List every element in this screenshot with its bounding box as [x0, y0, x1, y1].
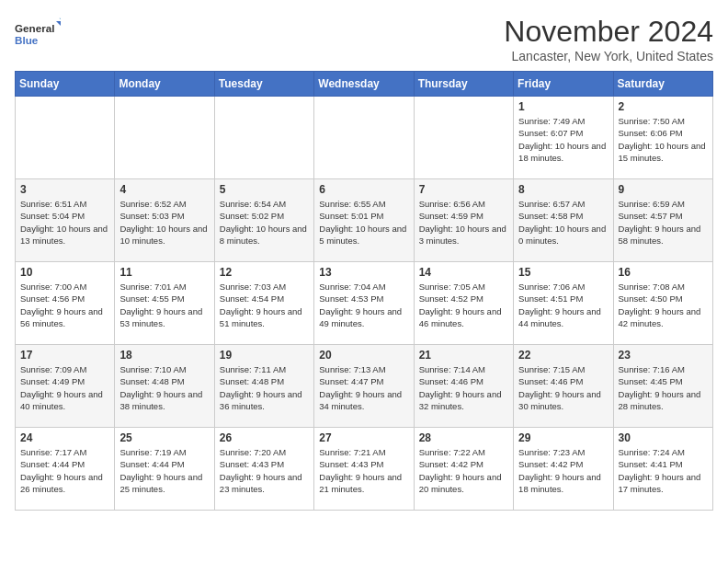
day-number: 16 — [619, 266, 708, 279]
day-info: Sunrise: 7:03 AM Sunset: 4:54 PM Dayligh… — [220, 281, 309, 329]
calendar-week-row: 10Sunrise: 7:00 AM Sunset: 4:56 PM Dayli… — [16, 262, 713, 345]
day-info: Sunrise: 7:49 AM Sunset: 6:07 PM Dayligh… — [518, 115, 608, 164]
calendar-header-row: SundayMondayTuesdayWednesdayThursdayFrid… — [16, 72, 713, 97]
day-info: Sunrise: 6:56 AM Sunset: 4:59 PM Dayligh… — [419, 198, 508, 247]
calendar-weekday-header: Sunday — [16, 72, 115, 97]
day-info: Sunrise: 7:06 AM Sunset: 4:51 PM Dayligh… — [518, 281, 608, 329]
day-number: 26 — [220, 431, 309, 444]
day-info: Sunrise: 7:13 AM Sunset: 4:47 PM Dayligh… — [319, 363, 408, 412]
day-info: Sunrise: 7:23 AM Sunset: 4:42 PM Dayligh… — [518, 446, 608, 495]
day-number: 8 — [518, 183, 608, 196]
calendar-day-cell: 14Sunrise: 7:05 AM Sunset: 4:52 PM Dayli… — [414, 262, 513, 345]
day-info: Sunrise: 7:50 AM Sunset: 6:06 PM Dayligh… — [619, 115, 708, 164]
calendar-day-cell: 23Sunrise: 7:16 AM Sunset: 4:45 PM Dayli… — [613, 345, 712, 428]
calendar-day-cell: 26Sunrise: 7:20 AM Sunset: 4:43 PM Dayli… — [214, 428, 313, 511]
page-header: General Blue November 2024 Lancaster, Ne… — [15, 15, 713, 63]
calendar-day-cell: 29Sunrise: 7:23 AM Sunset: 4:42 PM Dayli… — [514, 428, 613, 511]
calendar-day-cell: 1Sunrise: 7:49 AM Sunset: 6:07 PM Daylig… — [514, 97, 613, 179]
day-info: Sunrise: 7:05 AM Sunset: 4:52 PM Dayligh… — [419, 281, 508, 329]
day-info: Sunrise: 7:22 AM Sunset: 4:42 PM Dayligh… — [419, 446, 508, 495]
day-info: Sunrise: 7:19 AM Sunset: 4:44 PM Dayligh… — [119, 446, 209, 495]
calendar-day-cell: 9Sunrise: 6:59 AM Sunset: 4:57 PM Daylig… — [613, 179, 712, 262]
day-number: 23 — [619, 349, 708, 362]
day-number: 14 — [419, 266, 508, 279]
day-number: 15 — [518, 266, 608, 279]
calendar-day-cell: 4Sunrise: 6:52 AM Sunset: 5:03 PM Daylig… — [115, 179, 214, 262]
day-number: 7 — [419, 183, 508, 196]
day-number: 13 — [319, 266, 408, 279]
day-info: Sunrise: 7:08 AM Sunset: 4:50 PM Dayligh… — [619, 281, 708, 329]
day-info: Sunrise: 7:16 AM Sunset: 4:45 PM Dayligh… — [619, 363, 708, 412]
day-number: 24 — [20, 431, 109, 444]
day-info: Sunrise: 6:57 AM Sunset: 4:58 PM Dayligh… — [518, 198, 608, 247]
calendar-day-cell: 2Sunrise: 7:50 AM Sunset: 6:06 PM Daylig… — [613, 97, 712, 179]
day-number: 30 — [619, 431, 708, 444]
calendar-day-cell — [214, 97, 313, 179]
day-info: Sunrise: 7:24 AM Sunset: 4:41 PM Dayligh… — [619, 446, 708, 495]
svg-text:Blue: Blue — [15, 34, 39, 46]
day-number: 17 — [20, 349, 109, 362]
day-number: 18 — [119, 349, 209, 362]
title-area: November 2024 Lancaster, New York, Unite… — [504, 15, 713, 63]
day-number: 10 — [20, 266, 109, 279]
calendar-day-cell: 6Sunrise: 6:55 AM Sunset: 5:01 PM Daylig… — [314, 179, 414, 262]
day-number: 25 — [119, 431, 209, 444]
svg-marker-2 — [56, 21, 61, 28]
day-info: Sunrise: 6:54 AM Sunset: 5:02 PM Dayligh… — [220, 198, 309, 247]
calendar-day-cell — [414, 97, 513, 179]
calendar-day-cell: 11Sunrise: 7:01 AM Sunset: 4:55 PM Dayli… — [115, 262, 214, 345]
calendar-weekday-header: Thursday — [414, 72, 513, 97]
calendar-week-row: 24Sunrise: 7:17 AM Sunset: 4:44 PM Dayli… — [16, 428, 713, 511]
day-info: Sunrise: 7:20 AM Sunset: 4:43 PM Dayligh… — [220, 446, 309, 495]
calendar-day-cell: 15Sunrise: 7:06 AM Sunset: 4:51 PM Dayli… — [514, 262, 613, 345]
calendar-day-cell: 21Sunrise: 7:14 AM Sunset: 4:46 PM Dayli… — [414, 345, 513, 428]
day-info: Sunrise: 6:55 AM Sunset: 5:01 PM Dayligh… — [319, 198, 408, 247]
logo: General Blue — [15, 15, 61, 55]
calendar-day-cell: 18Sunrise: 7:10 AM Sunset: 4:48 PM Dayli… — [115, 345, 214, 428]
calendar-week-row: 1Sunrise: 7:49 AM Sunset: 6:07 PM Daylig… — [16, 97, 713, 179]
calendar-day-cell: 8Sunrise: 6:57 AM Sunset: 4:58 PM Daylig… — [514, 179, 613, 262]
calendar-week-row: 17Sunrise: 7:09 AM Sunset: 4:49 PM Dayli… — [16, 345, 713, 428]
day-number: 3 — [20, 183, 109, 196]
calendar-day-cell: 17Sunrise: 7:09 AM Sunset: 4:49 PM Dayli… — [16, 345, 115, 428]
calendar-day-cell: 24Sunrise: 7:17 AM Sunset: 4:44 PM Dayli… — [16, 428, 115, 511]
calendar-day-cell: 13Sunrise: 7:04 AM Sunset: 4:53 PM Dayli… — [314, 262, 414, 345]
day-number: 6 — [319, 183, 408, 196]
day-number: 1 — [518, 100, 608, 113]
calendar-day-cell: 30Sunrise: 7:24 AM Sunset: 4:41 PM Dayli… — [613, 428, 712, 511]
month-title: November 2024 — [504, 15, 713, 49]
day-number: 19 — [220, 349, 309, 362]
calendar-day-cell — [16, 97, 115, 179]
day-info: Sunrise: 7:14 AM Sunset: 4:46 PM Dayligh… — [419, 363, 508, 412]
calendar-weekday-header: Tuesday — [214, 72, 313, 97]
calendar-day-cell: 12Sunrise: 7:03 AM Sunset: 4:54 PM Dayli… — [214, 262, 313, 345]
day-number: 27 — [319, 431, 408, 444]
calendar-day-cell: 25Sunrise: 7:19 AM Sunset: 4:44 PM Dayli… — [115, 428, 214, 511]
day-info: Sunrise: 7:21 AM Sunset: 4:43 PM Dayligh… — [319, 446, 408, 495]
day-number: 9 — [619, 183, 708, 196]
day-number: 4 — [119, 183, 209, 196]
day-number: 22 — [518, 349, 608, 362]
day-info: Sunrise: 6:52 AM Sunset: 5:03 PM Dayligh… — [119, 198, 209, 247]
calendar-weekday-header: Saturday — [613, 72, 712, 97]
calendar-weekday-header: Friday — [514, 72, 613, 97]
logo-icon: General Blue — [15, 15, 61, 55]
day-info: Sunrise: 7:17 AM Sunset: 4:44 PM Dayligh… — [20, 446, 109, 495]
day-info: Sunrise: 7:09 AM Sunset: 4:49 PM Dayligh… — [20, 363, 109, 412]
day-number: 28 — [419, 431, 508, 444]
day-info: Sunrise: 7:15 AM Sunset: 4:46 PM Dayligh… — [518, 363, 608, 412]
calendar-day-cell — [115, 97, 214, 179]
day-info: Sunrise: 7:04 AM Sunset: 4:53 PM Dayligh… — [319, 281, 408, 329]
calendar-day-cell: 28Sunrise: 7:22 AM Sunset: 4:42 PM Dayli… — [414, 428, 513, 511]
day-number: 29 — [518, 431, 608, 444]
day-number: 11 — [119, 266, 209, 279]
day-info: Sunrise: 7:01 AM Sunset: 4:55 PM Dayligh… — [119, 281, 209, 329]
calendar-weekday-header: Monday — [115, 72, 214, 97]
calendar-weekday-header: Wednesday — [314, 72, 414, 97]
day-info: Sunrise: 6:51 AM Sunset: 5:04 PM Dayligh… — [20, 198, 109, 247]
calendar-day-cell: 16Sunrise: 7:08 AM Sunset: 4:50 PM Dayli… — [613, 262, 712, 345]
day-info: Sunrise: 7:11 AM Sunset: 4:48 PM Dayligh… — [220, 363, 309, 412]
svg-text:General: General — [15, 22, 54, 34]
calendar-day-cell: 5Sunrise: 6:54 AM Sunset: 5:02 PM Daylig… — [214, 179, 313, 262]
calendar-day-cell: 27Sunrise: 7:21 AM Sunset: 4:43 PM Dayli… — [314, 428, 414, 511]
